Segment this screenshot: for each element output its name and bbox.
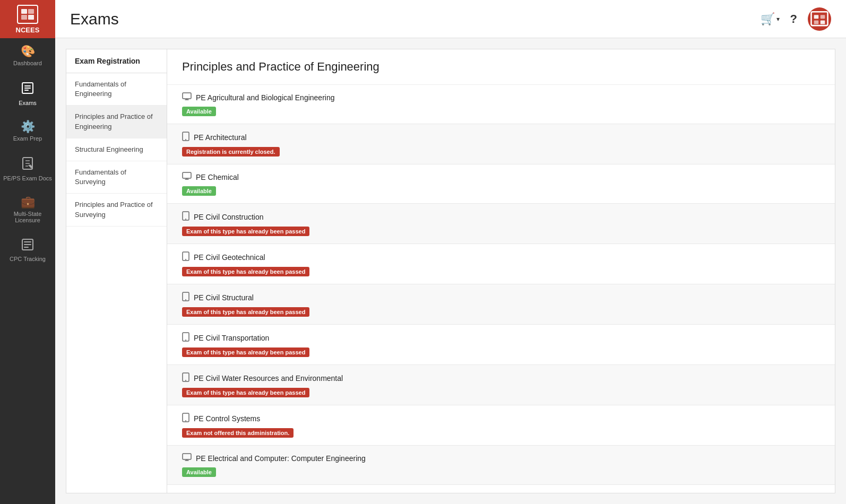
sidebar-item-exams[interactable]: Exams bbox=[0, 74, 55, 114]
exam-name: PE Civil Structural bbox=[194, 293, 254, 302]
exam-name: PE Control Systems bbox=[194, 414, 260, 423]
sidebar-label-pe-ps-docs: PE/PS Exam Docs bbox=[3, 175, 52, 181]
exam-badge: Available bbox=[182, 186, 216, 196]
registration-panel: Exam Registration Fundamentals of Engine… bbox=[66, 49, 835, 493]
sidebar-item-exam-prep[interactable]: ⚙️ Exam Prep bbox=[0, 114, 55, 149]
nav-item-fs[interactable]: Fundamentals of Surveying bbox=[66, 161, 167, 194]
exam-name: PE Civil Transportation bbox=[194, 334, 269, 342]
logo-icon bbox=[17, 5, 38, 24]
exam-title: PE Civil Transportation bbox=[182, 332, 820, 344]
exam-row[interactable]: PE Control Systems Exam not offered this… bbox=[167, 405, 835, 446]
exam-name: PE Chemical bbox=[196, 173, 239, 181]
svg-point-26 bbox=[185, 259, 186, 260]
exam-row[interactable]: PE Civil Water Resources and Environment… bbox=[167, 365, 835, 405]
main-area: Exams 🛒 ▾ ? bbox=[55, 0, 846, 504]
exam-badge: Exam of this type has already been passe… bbox=[182, 227, 309, 236]
nav-item-pps[interactable]: Principles and Practice of Surveying bbox=[66, 194, 167, 226]
exam-row[interactable]: PE Civil Structural Exam of this type ha… bbox=[167, 284, 835, 325]
svg-rect-6 bbox=[24, 88, 31, 89]
exam-name: PE Civil Construction bbox=[194, 213, 264, 221]
exam-row[interactable]: PE Civil Geotechnical Exam of this type … bbox=[167, 244, 835, 284]
ncees-label: NCEES bbox=[16, 26, 40, 34]
tablet-icon bbox=[182, 292, 189, 303]
exam-title: PE Agricultural and Biological Engineeri… bbox=[182, 92, 820, 103]
svg-rect-22 bbox=[183, 172, 191, 178]
exam-title: PE Civil Structural bbox=[182, 292, 820, 303]
page-title: Exams bbox=[70, 10, 761, 28]
monitor-icon bbox=[182, 172, 192, 183]
right-content: Principles and Practice of Engineering P… bbox=[167, 49, 835, 493]
svg-point-32 bbox=[185, 380, 186, 381]
svg-rect-1 bbox=[21, 15, 27, 20]
exam-row[interactable]: PE Agricultural and Biological Engineeri… bbox=[167, 85, 835, 124]
content-area: Exam Registration Fundamentals of Engine… bbox=[55, 38, 846, 504]
svg-rect-35 bbox=[183, 454, 191, 459]
sidebar-item-dashboard[interactable]: 🎨 Dashboard bbox=[0, 38, 55, 74]
sidebar: NCEES 🎨 Dashboard Exams ⚙️ Exam Prep bbox=[0, 0, 55, 504]
exam-name: PE Civil Water Resources and Environment… bbox=[194, 374, 343, 383]
sidebar-item-multi-state[interactable]: 💼 Multi-State Licensure bbox=[0, 189, 55, 231]
ncees-logo[interactable]: NCEES bbox=[0, 0, 55, 38]
exam-badge: Exam of this type has already been passe… bbox=[182, 347, 309, 357]
sidebar-item-cpc-tracking[interactable]: CPC Tracking bbox=[0, 231, 55, 270]
exam-badge: Registration is currently closed. bbox=[182, 147, 280, 157]
left-nav: Exam Registration Fundamentals of Engine… bbox=[66, 49, 167, 493]
cart-caret-icon: ▾ bbox=[776, 15, 780, 23]
svg-rect-12 bbox=[24, 247, 29, 248]
sidebar-item-pe-ps-docs[interactable]: PE/PS Exam Docs bbox=[0, 149, 55, 189]
tablet-icon bbox=[182, 372, 189, 384]
header-actions: 🛒 ▾ ? bbox=[761, 7, 831, 31]
exam-list: PE Agricultural and Biological Engineeri… bbox=[167, 85, 835, 485]
exam-title: PE Architectural bbox=[182, 132, 820, 143]
exam-prep-icon: ⚙️ bbox=[21, 121, 35, 133]
exam-name: PE Architectural bbox=[194, 133, 247, 142]
exam-row[interactable]: PE Civil Transportation Exam of this typ… bbox=[167, 325, 835, 365]
cpc-tracking-icon bbox=[21, 238, 34, 253]
avatar[interactable] bbox=[808, 7, 831, 31]
svg-rect-19 bbox=[183, 93, 191, 99]
exam-title: PE Chemical bbox=[182, 172, 820, 183]
exam-name: PE Civil Geotechnical bbox=[194, 253, 265, 262]
svg-rect-16 bbox=[821, 15, 825, 19]
tablet-icon bbox=[182, 132, 189, 143]
exam-title: PE Control Systems bbox=[182, 413, 820, 424]
tablet-icon bbox=[182, 413, 189, 424]
monitor-icon bbox=[182, 92, 192, 103]
exam-title: PE Civil Construction bbox=[182, 211, 820, 223]
sidebar-label-exams: Exams bbox=[19, 100, 37, 106]
svg-point-30 bbox=[185, 340, 186, 341]
exam-badge: Exam of this type has already been passe… bbox=[182, 267, 309, 276]
svg-point-28 bbox=[185, 299, 186, 300]
exam-badge: Exam of this type has already been passe… bbox=[182, 388, 309, 397]
exam-title: PE Electrical and Computer: Computer Eng… bbox=[182, 453, 820, 464]
help-button[interactable]: ? bbox=[790, 12, 797, 26]
svg-point-24 bbox=[185, 219, 186, 220]
exam-row[interactable]: PE Civil Construction Exam of this type … bbox=[167, 204, 835, 244]
sidebar-label-dashboard: Dashboard bbox=[13, 60, 42, 66]
nav-item-fe[interactable]: Fundamentals of Engineering bbox=[66, 73, 167, 106]
tablet-icon bbox=[182, 211, 189, 223]
category-title: Principles and Practice of Engineering bbox=[167, 49, 835, 85]
top-header: Exams 🛒 ▾ ? bbox=[55, 0, 846, 38]
dashboard-icon: 🎨 bbox=[21, 46, 35, 57]
nav-item-se[interactable]: Structural Engineering bbox=[66, 138, 167, 161]
tablet-icon bbox=[182, 332, 189, 344]
svg-rect-10 bbox=[24, 241, 31, 242]
svg-rect-11 bbox=[24, 244, 31, 245]
exam-row[interactable]: PE Electrical and Computer: Computer Eng… bbox=[167, 446, 835, 485]
registration-panel-title: Exam Registration bbox=[66, 49, 167, 73]
svg-rect-0 bbox=[21, 9, 27, 14]
sidebar-label-multi-state: Multi-State Licensure bbox=[3, 211, 52, 223]
exam-badge: Exam of this type has already been passe… bbox=[182, 307, 309, 317]
exam-name: PE Agricultural and Biological Engineeri… bbox=[196, 93, 335, 102]
exam-row[interactable]: PE Chemical Available bbox=[167, 164, 835, 204]
exams-icon bbox=[21, 81, 34, 97]
exam-badge: Exam not offered this administration. bbox=[182, 428, 293, 438]
cart-button[interactable]: 🛒 ▾ bbox=[761, 12, 780, 26]
svg-rect-3 bbox=[28, 15, 34, 20]
exam-title: PE Civil Geotechnical bbox=[182, 251, 820, 263]
tablet-icon bbox=[182, 251, 189, 263]
nav-item-ppe[interactable]: Principles and Practice of Engineering bbox=[66, 106, 167, 138]
svg-rect-15 bbox=[814, 15, 819, 19]
exam-row[interactable]: PE Architectural Registration is current… bbox=[167, 124, 835, 164]
